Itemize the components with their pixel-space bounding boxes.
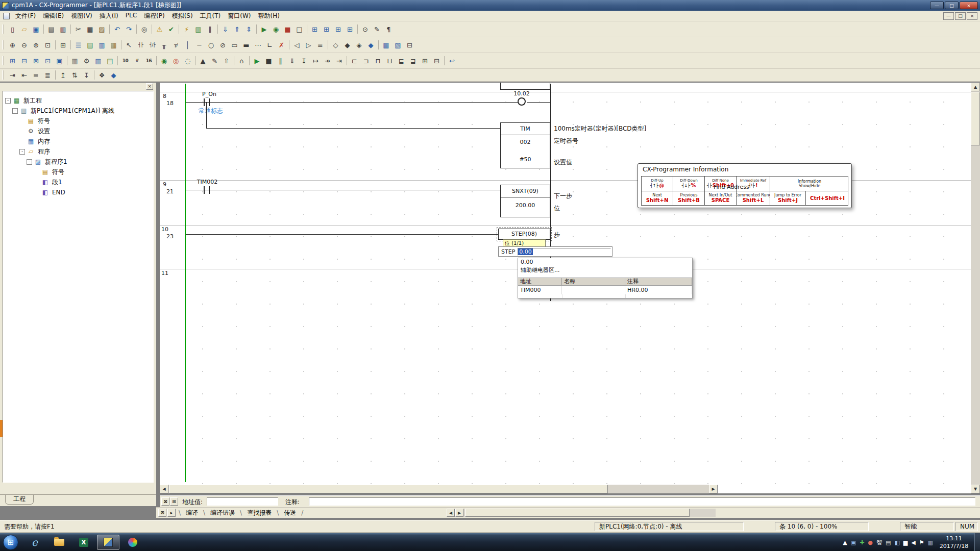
tim-operand-2[interactable]: #50 (501, 156, 550, 163)
sim-scan-run-icon[interactable]: ⇥ (333, 55, 345, 67)
move-rung-up-icon[interactable]: ↥ (57, 69, 69, 81)
sim-pause-icon[interactable]: ‖ (275, 55, 286, 67)
tree-expander-icon[interactable]: - (5, 98, 11, 104)
tray-expand-icon[interactable]: ▲ (843, 540, 847, 545)
indent-rung-icon[interactable]: ⇥ (7, 69, 18, 81)
tree-item-内存[interactable]: ▦内存 (3, 136, 153, 146)
prev-reference-icon[interactable]: ◁ (291, 39, 303, 51)
scroll-left-icon[interactable]: ◀ (160, 485, 168, 493)
ladder-v-scrollbar[interactable]: ▲ ▼ (971, 83, 980, 493)
swap-rungs-icon[interactable]: ⇅ (69, 69, 81, 81)
zoom-custom-icon[interactable]: ⊡ (42, 39, 54, 51)
save-project-icon[interactable]: ▣ (30, 23, 42, 35)
output-tab-查找报表[interactable]: 查找报表 (243, 508, 276, 518)
center-vertical-icon[interactable]: ⊒ (407, 55, 419, 67)
grid-toggle-icon[interactable]: ⊞ (57, 39, 69, 51)
menu-模拟(S)[interactable]: 模拟(S) (168, 11, 197, 21)
block-insert-icon[interactable]: ◆ (108, 69, 119, 81)
output-close-icon[interactable]: ⊠ (158, 509, 166, 517)
download-to-plc-icon[interactable]: ⇓ (219, 23, 231, 35)
snxt-instruction-block[interactable]: SNXT(09) 200.00 (500, 185, 550, 217)
revert-icon[interactable]: ↩ (446, 55, 458, 67)
operand-dropdown[interactable]: 0.00 辅助继电器区... 地址名称注释 TIM000HR0.00 (518, 258, 693, 298)
stop-mode-icon[interactable]: ■ (282, 23, 293, 35)
tray-flag-icon[interactable]: ⚑ (919, 540, 924, 545)
menu-视图(V)[interactable]: 视图(V) (67, 11, 96, 21)
grid-view-a-icon[interactable]: ▦ (380, 39, 392, 51)
output-h-scrollbar[interactable]: ◀ ▶ (447, 509, 716, 517)
taskbar-explorer[interactable] (48, 535, 70, 550)
tree-expander-icon[interactable]: - (19, 149, 25, 155)
window-output-icon[interactable]: ⊞ (344, 23, 356, 35)
move-rung-down-icon[interactable]: ↧ (81, 69, 92, 81)
connector-tool-icon[interactable]: ∟ (264, 39, 276, 51)
project-tab[interactable]: 工程 (5, 495, 34, 505)
distribute-horizontal-icon[interactable]: ⊞ (419, 55, 431, 67)
cut-icon[interactable]: ✂ (72, 23, 84, 35)
output-expand-icon[interactable]: ▸ (167, 509, 176, 517)
dropdown-area-hint[interactable]: 辅助继电器区... (518, 266, 692, 274)
tree-expander-icon[interactable]: - (27, 159, 32, 165)
radix-signed-icon[interactable]: # (131, 55, 143, 67)
program-mode-icon[interactable]: □ (293, 23, 305, 35)
menu-编程(P)[interactable]: 编程(P) (140, 11, 168, 21)
tree-item-新工程[interactable]: -▦新工程 (3, 95, 153, 106)
contact-nc-tool-icon[interactable]: ┤/├ (146, 39, 158, 51)
force-cancel-icon[interactable]: ◌ (182, 55, 193, 67)
tree-item-段1[interactable]: ◧段1 (3, 177, 153, 187)
tray-app-blue-icon[interactable]: ▣ (851, 540, 856, 545)
watch-window-icon[interactable]: ▦ (108, 39, 119, 51)
radix-hex-icon[interactable]: 16 (143, 55, 155, 67)
cross-reference-icon[interactable]: ◈ (353, 39, 365, 51)
child-close-button[interactable]: × (967, 12, 977, 20)
tree-item-设置[interactable]: ⚙设置 (3, 126, 153, 136)
upload-from-plc-icon[interactable]: ⇑ (231, 23, 243, 35)
menu-工具(T)[interactable]: 工具(T) (197, 11, 225, 21)
force-off-icon[interactable]: ◎ (170, 55, 182, 67)
address-value-field[interactable] (207, 497, 278, 506)
menu-插入(I)[interactable]: 插入(I) (96, 11, 122, 21)
tree-item-END[interactable]: ◧END (3, 187, 153, 197)
memory-view-icon[interactable]: ▥ (92, 55, 104, 67)
radix-decimal-icon[interactable]: 10 (119, 55, 131, 67)
tree-item-新程序1[interactable]: -▨新程序1 (3, 157, 153, 167)
scroll-down-icon[interactable]: ▼ (971, 485, 980, 493)
align-left-icon[interactable]: ⊏ (349, 55, 360, 67)
vertical-line-tool-icon[interactable]: │ (182, 39, 193, 51)
new-window-icon[interactable]: ⊞ (7, 55, 18, 67)
reference-list-icon[interactable]: ≡ (314, 39, 326, 51)
sim-step-run-icon[interactable]: ⇓ (286, 55, 298, 67)
rung-wrap-icon[interactable]: ≡ (30, 69, 42, 81)
verify-with-plc-icon[interactable]: ⇕ (243, 23, 255, 35)
tree-item-新PLC1[CPM1(CPM1A)] 离线[interactable]: -▥新PLC1[CPM1(CPM1A)] 离线 (3, 106, 153, 116)
dropdown-cell[interactable]: HR0.00 (625, 286, 692, 294)
tray-antivirus-icon[interactable]: ✚ (860, 540, 864, 545)
title-bar[interactable]: cpm1A - CX-Programmer - [新PLC1.新程序1.段1 [… (0, 0, 980, 11)
io-table-icon[interactable]: ▦ (69, 55, 81, 67)
docked-edge-strip[interactable] (0, 420, 3, 437)
tim-operand-1[interactable]: 002 (501, 139, 550, 145)
tree-item-符号[interactable]: ▤符号 (3, 167, 153, 177)
ladder-editor[interactable]: P_On 常通标志 10.02 TIM 002 #50 100ms定时器(定时器… (160, 83, 971, 493)
taskbar-ie[interactable]: e (23, 535, 46, 550)
horizontal-line-tool-icon[interactable]: ─ (193, 39, 205, 51)
v-scroll-thumb[interactable] (971, 92, 980, 145)
window-watch-icon[interactable]: ⊞ (332, 23, 344, 35)
output-coil[interactable] (518, 97, 526, 106)
operand-edit-widget[interactable]: STEP 0.00 (498, 246, 612, 257)
taskbar-cx-programmer[interactable] (97, 535, 119, 550)
block-edit-icon[interactable]: ❖ (96, 69, 108, 81)
menu-编辑(E)[interactable]: 编辑(E) (39, 11, 67, 21)
work-online-icon[interactable]: ⚡ (181, 23, 192, 35)
window-symbols-icon[interactable]: ⊞ (309, 23, 321, 35)
copy-icon[interactable]: ▦ (84, 23, 96, 35)
paste-icon[interactable]: ▨ (96, 23, 108, 35)
zoom-out-icon[interactable]: ⊖ (18, 39, 30, 51)
rung-unwrap-icon[interactable]: ≣ (42, 69, 54, 81)
panel-close-icon[interactable]: × (146, 83, 153, 90)
dropdown-cell[interactable]: TIM000 (518, 286, 562, 294)
undo-icon[interactable]: ↶ (111, 23, 123, 35)
delete-tool-icon[interactable]: ✗ (276, 39, 287, 51)
step-instruction-block[interactable]: STEP(08) (498, 229, 550, 240)
coil-tool-icon[interactable]: ○ (205, 39, 217, 51)
